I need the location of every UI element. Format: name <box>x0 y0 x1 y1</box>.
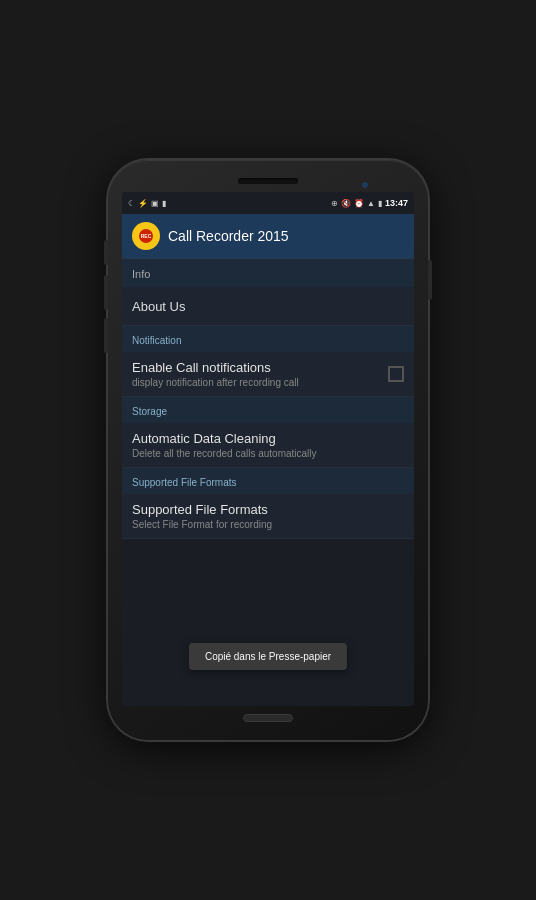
section-header-notification: Notification <box>122 326 414 352</box>
status-icon-mute: 🔇 <box>341 199 351 208</box>
camera-button <box>104 318 108 353</box>
phone-bottom <box>243 714 293 722</box>
status-icon-alarm: ⏰ <box>354 199 364 208</box>
section-header-file-formats: Supported File Formats <box>122 468 414 494</box>
enable-call-notifications-subtitle: display notification after recording cal… <box>132 377 388 388</box>
section-header-storage: Storage <box>122 397 414 423</box>
about-us-label: About Us <box>132 299 185 314</box>
automatic-data-cleaning-content: Automatic Data Cleaning Delete all the r… <box>132 431 404 459</box>
app-title: Call Recorder 2015 <box>168 228 289 244</box>
file-formats-header-label: Supported File Formats <box>132 477 237 488</box>
toast-message: Copié dans le Presse-papier <box>189 643 347 670</box>
supported-file-formats-title: Supported File Formats <box>132 502 404 517</box>
supported-file-formats-content: Supported File Formats Select File Forma… <box>132 502 404 530</box>
status-icon-signal: ▲ <box>367 199 375 208</box>
automatic-data-cleaning-item[interactable]: Automatic Data Cleaning Delete all the r… <box>122 423 414 468</box>
supported-file-formats-item[interactable]: Supported File Formats Select File Forma… <box>122 494 414 539</box>
about-us-section[interactable]: About Us <box>122 287 414 326</box>
power-button <box>428 260 432 300</box>
status-icon-battery: ▮ <box>378 199 382 208</box>
status-icon-settings: ⊕ <box>331 199 338 208</box>
info-bar[interactable]: Info <box>122 258 414 287</box>
status-icon-battery-phone: ▮ <box>162 199 166 208</box>
volume-down-button <box>104 275 108 310</box>
status-bar: ☾ ⚡ ▣ ▮ ⊕ 🔇 ⏰ ▲ ▮ 13:47 <box>122 192 414 214</box>
speaker <box>238 178 298 184</box>
front-camera <box>362 182 368 188</box>
status-time: 13:47 <box>385 198 408 208</box>
volume-up-button <box>104 240 108 265</box>
status-right-icons: ⊕ 🔇 ⏰ ▲ ▮ 13:47 <box>331 198 408 208</box>
app-icon: REC <box>132 222 160 250</box>
supported-file-formats-subtitle: Select File Format for recording <box>132 519 404 530</box>
enable-call-notifications-content: Enable Call notifications display notifi… <box>132 360 388 388</box>
status-icon-usb: ⚡ <box>138 199 148 208</box>
automatic-data-cleaning-subtitle: Delete all the recorded calls automatica… <box>132 448 404 459</box>
status-left-icons: ☾ ⚡ ▣ ▮ <box>128 199 166 208</box>
home-button[interactable] <box>243 714 293 722</box>
status-icon-moon: ☾ <box>128 199 135 208</box>
status-icon-image: ▣ <box>151 199 159 208</box>
notification-header-label: Notification <box>132 335 181 346</box>
app-header: REC Call Recorder 2015 <box>122 214 414 258</box>
automatic-data-cleaning-title: Automatic Data Cleaning <box>132 431 404 446</box>
phone-device: ☾ ⚡ ▣ ▮ ⊕ 🔇 ⏰ ▲ ▮ 13:47 REC Call Recorde… <box>108 160 428 740</box>
enable-call-notifications-item[interactable]: Enable Call notifications display notifi… <box>122 352 414 397</box>
storage-header-label: Storage <box>132 406 167 417</box>
rec-label: REC <box>141 233 152 239</box>
toast-text: Copié dans le Presse-papier <box>205 651 331 662</box>
enable-call-notifications-checkbox[interactable] <box>388 366 404 382</box>
info-label: Info <box>132 268 150 280</box>
enable-call-notifications-title: Enable Call notifications <box>132 360 388 375</box>
phone-screen: ☾ ⚡ ▣ ▮ ⊕ 🔇 ⏰ ▲ ▮ 13:47 REC Call Recorde… <box>122 192 414 706</box>
